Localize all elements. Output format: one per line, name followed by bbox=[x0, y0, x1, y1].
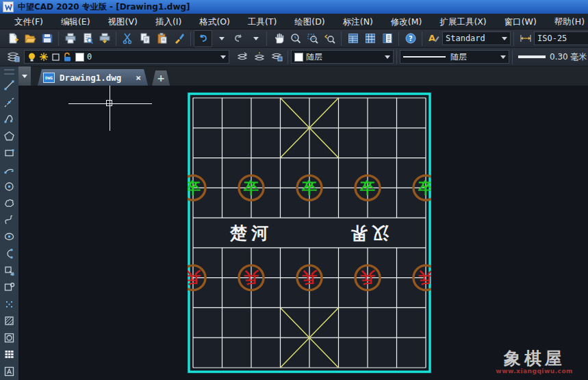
copy-button[interactable] bbox=[136, 31, 153, 47]
spline-tool-icon[interactable] bbox=[1, 213, 18, 227]
rectangle-tool-icon[interactable] bbox=[1, 145, 18, 160]
save-button[interactable] bbox=[38, 31, 55, 47]
menu-file[interactable]: 文件(F) bbox=[5, 14, 52, 29]
menu-bar: 文件(F) 编辑(E) 视图(V) 插入(I) 格式(O) 工具(T) 绘图(D… bbox=[0, 14, 588, 29]
make-block-tool-icon[interactable] bbox=[1, 280, 18, 294]
zoom-previous-button[interactable] bbox=[321, 31, 338, 47]
redo-button[interactable] bbox=[229, 31, 246, 47]
plot-preview-button[interactable] bbox=[79, 31, 96, 47]
menu-tools[interactable]: 工具(T) bbox=[239, 14, 285, 29]
publish-button[interactable] bbox=[96, 31, 113, 47]
revision-cloud-tool-icon[interactable] bbox=[1, 196, 18, 210]
match-properties-button[interactable] bbox=[170, 31, 188, 47]
layer-freeze-sun-icon[interactable] bbox=[39, 52, 49, 62]
properties-palette-button[interactable] bbox=[344, 31, 361, 47]
undo-dropdown[interactable] bbox=[212, 31, 229, 47]
hatch-tool-icon[interactable] bbox=[1, 314, 18, 328]
insert-block-tool-icon[interactable] bbox=[1, 263, 18, 277]
zoom-realtime-button[interactable] bbox=[287, 31, 304, 47]
menu-window[interactable]: 窗口(W) bbox=[496, 14, 546, 29]
toolbar-separator bbox=[398, 31, 399, 46]
svg-text:汉界: 汉界 bbox=[346, 223, 389, 243]
construction-line-tool-icon[interactable] bbox=[1, 95, 18, 110]
svg-text:兵: 兵 bbox=[360, 269, 376, 286]
layer-on-bulb-icon[interactable] bbox=[27, 52, 36, 62]
svg-text:A: A bbox=[428, 33, 435, 43]
draw-toolbar bbox=[0, 66, 18, 380]
menu-view[interactable]: 视图(V) bbox=[99, 14, 146, 29]
undo-button[interactable] bbox=[194, 30, 212, 47]
point-tool-icon[interactable] bbox=[1, 297, 18, 312]
menu-insert[interactable]: 插入(I) bbox=[146, 14, 190, 29]
pan-button[interactable] bbox=[270, 31, 287, 47]
arc-tool-icon[interactable] bbox=[1, 162, 18, 177]
redo-dropdown[interactable] bbox=[246, 31, 264, 47]
dim-style-icon[interactable] bbox=[517, 31, 534, 47]
menu-format[interactable]: 格式(O) bbox=[190, 14, 239, 29]
lineweight-select[interactable]: 0.30 毫米 bbox=[515, 50, 588, 64]
svg-text:兵: 兵 bbox=[244, 269, 259, 286]
donut-tool-icon[interactable] bbox=[1, 331, 18, 345]
open-button[interactable] bbox=[21, 31, 38, 47]
cut-button[interactable] bbox=[119, 31, 136, 47]
drawing-canvas[interactable]: 楚河汉界卒卒卒卒卒兵兵兵兵兵 象棋屋 www.xiangqiwu.com bbox=[18, 86, 588, 380]
mtext-tool-icon[interactable] bbox=[1, 364, 18, 379]
palette-grip[interactable] bbox=[4, 69, 14, 75]
help-button[interactable]: ? bbox=[402, 31, 419, 47]
design-center-button[interactable] bbox=[379, 31, 396, 47]
svg-text:卒: 卒 bbox=[302, 179, 317, 197]
toolbar-separator bbox=[58, 31, 59, 46]
paste-button[interactable] bbox=[153, 31, 170, 47]
crosshair-cursor bbox=[110, 86, 110, 131]
new-tab-button[interactable]: + bbox=[152, 71, 170, 86]
menu-draw[interactable]: 绘图(D) bbox=[285, 14, 333, 29]
new-button[interactable] bbox=[4, 31, 21, 47]
text-style-select[interactable]: Standard bbox=[442, 31, 511, 45]
polygon-tool-icon[interactable] bbox=[1, 129, 18, 143]
line-tool-icon[interactable] bbox=[1, 78, 18, 92]
layer-previous-button[interactable] bbox=[233, 49, 251, 65]
watermark-url: www.xiangqiwu.com bbox=[496, 368, 573, 375]
zoom-window-button[interactable] bbox=[304, 31, 321, 47]
layer-select[interactable]: 0 bbox=[24, 50, 229, 64]
xiangqi-board-drawing[interactable]: 楚河汉界卒卒卒卒卒兵兵兵兵兵 bbox=[188, 92, 431, 373]
tab-list-button[interactable] bbox=[18, 66, 31, 86]
zwcad-window: 中望CAD 2020 专业版 - [Drawing1.dwg] 文件(F) 编辑… bbox=[0, 0, 588, 380]
dwg-file-icon: DWG bbox=[43, 73, 55, 83]
dim-style-value: ISO-25 bbox=[537, 34, 567, 43]
layer-unlock-icon[interactable] bbox=[63, 52, 72, 62]
ellipse-arc-tool-icon[interactable] bbox=[1, 246, 18, 261]
layer-color-swatch bbox=[75, 53, 84, 62]
tab-close-icon[interactable]: × bbox=[136, 73, 141, 83]
menu-edit[interactable]: 编辑(E) bbox=[52, 14, 99, 29]
tab-drawing1[interactable]: DWG Drawing1.dwg × bbox=[38, 69, 148, 86]
menu-dimension[interactable]: 标注(N) bbox=[334, 14, 382, 29]
layer-states-button[interactable] bbox=[251, 49, 268, 65]
plot-button[interactable] bbox=[62, 31, 79, 47]
polyline-tool-icon[interactable] bbox=[1, 112, 18, 126]
lineweight-value: 0.30 毫米 bbox=[550, 51, 587, 63]
table-tool-icon[interactable] bbox=[1, 347, 18, 362]
menu-express-tools[interactable]: 扩展工具(X) bbox=[431, 14, 495, 29]
watermark-title: 象棋屋 bbox=[496, 350, 573, 368]
circle-tool-icon[interactable] bbox=[1, 179, 18, 194]
toolbar-separator bbox=[512, 50, 513, 64]
layer-properties-button[interactable] bbox=[4, 49, 21, 65]
svg-text:兵: 兵 bbox=[188, 269, 201, 286]
linetype-select[interactable]: 随层 bbox=[400, 50, 509, 64]
properties-toolbar: 0 随层 随层 0.30 毫米 bbox=[0, 48, 588, 66]
quick-select-button[interactable] bbox=[361, 31, 379, 47]
layer-plot-icon[interactable] bbox=[51, 53, 60, 62]
layer-isolate-button[interactable] bbox=[268, 49, 285, 65]
text-style-icon[interactable]: A bbox=[425, 31, 442, 47]
menu-help[interactable]: 帮助(H) bbox=[546, 14, 588, 29]
ellipse-tool-icon[interactable] bbox=[1, 229, 18, 244]
chevron-down-icon bbox=[500, 55, 506, 59]
title-bar: 中望CAD 2020 专业版 - [Drawing1.dwg] bbox=[0, 0, 588, 14]
color-select[interactable]: 随层 bbox=[291, 50, 394, 64]
menu-modify[interactable]: 修改(M) bbox=[382, 14, 431, 29]
window-title: 中望CAD 2020 专业版 - [Drawing1.dwg] bbox=[18, 1, 190, 13]
chevron-down-icon bbox=[502, 37, 507, 40]
dim-style-select[interactable]: ISO-25 bbox=[534, 31, 588, 45]
current-color-swatch bbox=[294, 53, 303, 62]
